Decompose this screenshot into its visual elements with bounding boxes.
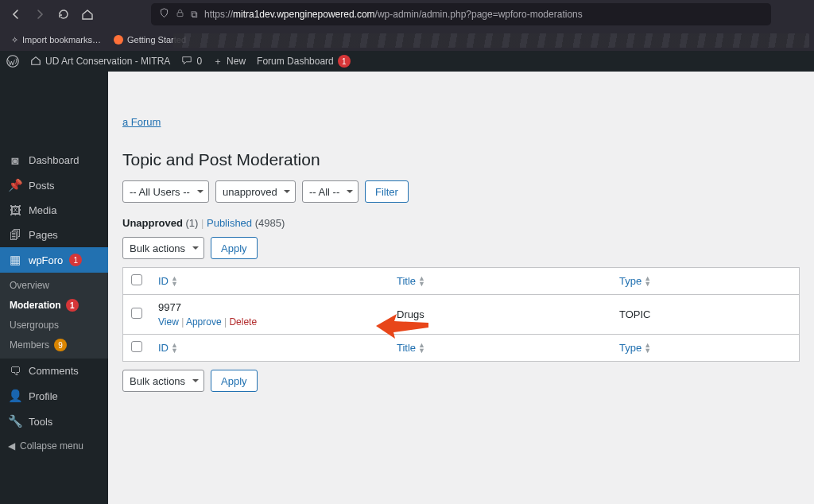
col-id-header[interactable]: ID▲▼ [158,275,178,287]
pin-icon: 📌 [8,178,22,192]
row-action-view[interactable]: View [158,316,179,328]
profile-icon: 👤 [8,389,22,403]
row-title: Drugs [397,308,424,320]
forum-dashboard-link[interactable]: Forum Dashboard 1 [257,55,351,68]
col-type-footer[interactable]: Type▲▼ [619,342,651,354]
bulk-actions-top: Bulk actions Apply [122,237,800,259]
new-content-link[interactable]: ＋ New [213,55,246,68]
submenu-overview[interactable]: Overview [0,276,108,295]
sidebar-label-profile: Profile [29,390,58,402]
media-icon: 🖾 [8,204,22,217]
admin-sidebar: ◙ Dashboard 📌 Posts 🖾 Media 🗐 Pages ▦ wp… [0,72,108,504]
view-published-link[interactable]: Published [207,217,252,229]
filter-status-select[interactable]: unapproved [215,180,296,203]
import-bookmarks-label: Import bookmarks… [22,35,101,45]
bulk-select-bottom[interactable]: Bulk actions [122,370,204,392]
bulk-actions-bottom: Bulk actions Apply [122,370,800,392]
new-label: New [227,56,246,67]
moderation-table: ID▲▼ Title▲▼ Type▲▼ 9977 View | Approve … [122,267,800,362]
sidebar-item-pages[interactable]: 🗐 Pages [0,223,108,247]
view-published-count: (4985) [255,217,285,229]
sidebar-label-dashboard: Dashboard [29,154,79,166]
filter-users-select[interactable]: -- All Users -- [122,180,209,203]
collapse-menu[interactable]: ◀ Collapse menu [0,434,108,458]
sidebar-label-media: Media [29,204,56,216]
shield-icon [159,8,169,21]
address-bar[interactable]: ⧉ https://mitra1dev.wpenginepowered.com/… [151,3,771,25]
sidebar-item-media[interactable]: 🖾 Media [0,198,108,223]
sidebar-item-comments[interactable]: 🗨 Comments [0,359,108,383]
back-button[interactable] [8,6,24,22]
sidebar-item-tools[interactable]: 🔧 Tools [0,409,108,434]
obscured-region [173,33,809,48]
comments-icon: 🗨 [8,364,22,378]
wp-admin-bar: UD Art Conservation - MITRA 0 ＋ New Foru… [0,51,814,72]
submenu-moderation[interactable]: Moderation 1 [0,295,108,316]
col-type-header[interactable]: Type▲▼ [619,275,651,287]
forum-dashboard-badge: 1 [338,55,351,68]
plus-icon: ＋ [213,55,223,68]
row-action-delete[interactable]: Delete [229,316,257,328]
moderation-badge: 1 [66,299,79,312]
select-all-top[interactable] [131,274,142,285]
lock-icon [176,9,184,20]
dashboard-icon: ◙ [8,153,22,167]
sidebar-item-wpforo[interactable]: ▦ wpForo 1 [0,247,108,273]
select-all-bottom[interactable] [131,341,142,352]
row-actions: View | Approve | Delete [158,316,381,328]
table-row: 9977 View | Approve | Delete Drugs TOPIC [123,295,800,335]
wp-logo[interactable] [6,55,19,68]
page-title: Topic and Post Moderation [122,150,800,169]
col-id-footer[interactable]: ID▲▼ [158,342,178,354]
site-name-link[interactable]: UD Art Conservation - MITRA [30,55,170,68]
collapse-icon: ◀ [8,440,15,452]
filter-row: -- All Users -- unapproved -- All -- Fil… [122,180,800,203]
home-button[interactable] [79,6,95,22]
tools-icon: 🔧 [8,414,22,428]
sidebar-label-tools: Tools [29,416,52,428]
col-title-header[interactable]: Title▲▼ [397,275,425,287]
site-title: UD Art Conservation - MITRA [45,56,170,67]
wpforo-icon: ▦ [8,253,22,267]
col-title-footer[interactable]: Title▲▼ [397,342,425,354]
home-icon [30,55,41,68]
comments-count: 0 [196,56,202,67]
members-badge: 9 [54,339,67,351]
filter-button[interactable]: Filter [365,180,409,203]
row-action-approve[interactable]: Approve [186,316,222,328]
row-type: TOPIC [619,308,651,320]
sidebar-item-dashboard[interactable]: ◙ Dashboard [0,148,108,173]
permissions-icon: ⧉ [191,9,198,20]
filter-all-select[interactable]: -- All -- [302,180,359,203]
main-content: a Forum Topic and Post Moderation -- All… [108,72,814,504]
forum-dashboard-label: Forum Dashboard [257,56,334,67]
comments-link[interactable]: 0 [181,55,202,68]
url-display: https://mitra1dev.wpenginepowered.com/wp… [204,9,583,20]
sidebar-label-pages: Pages [29,229,58,241]
bulk-apply-top[interactable]: Apply [211,237,258,259]
views-nav: Unapproved (1) | Published (4985) [122,217,800,229]
svg-rect-0 [177,13,183,17]
bulk-apply-bottom[interactable]: Apply [211,370,258,392]
forward-button[interactable] [32,6,48,22]
reload-button[interactable] [56,6,72,22]
collapse-label: Collapse menu [20,440,83,452]
browser-toolbar: ⧉ https://mitra1dev.wpenginepowered.com/… [0,0,814,29]
comment-icon [181,55,192,68]
pages-icon: 🗐 [8,228,22,242]
import-bookmarks[interactable]: ✧ Import bookmarks… [11,35,101,45]
bulk-select-top[interactable]: Bulk actions [122,237,204,259]
view-unapproved-count: (1) [185,217,198,229]
view-unapproved-label: Unapproved [122,217,183,229]
sidebar-label-wpforo: wpForo [29,254,63,266]
wpforo-badge: 1 [69,254,82,266]
row-checkbox[interactable] [131,308,142,319]
submenu-usergroups[interactable]: Usergroups [0,316,108,335]
submenu-members[interactable]: Members 9 [0,335,108,355]
firefox-icon [114,35,123,45]
star-icon: ✧ [11,35,18,45]
sidebar-item-profile[interactable]: 👤 Profile [0,383,108,409]
wpforo-submenu: Overview Moderation 1 Usergroups Members… [0,273,108,359]
sidebar-item-posts[interactable]: 📌 Posts [0,173,108,198]
forum-breadcrumb-link[interactable]: a Forum [122,116,161,128]
